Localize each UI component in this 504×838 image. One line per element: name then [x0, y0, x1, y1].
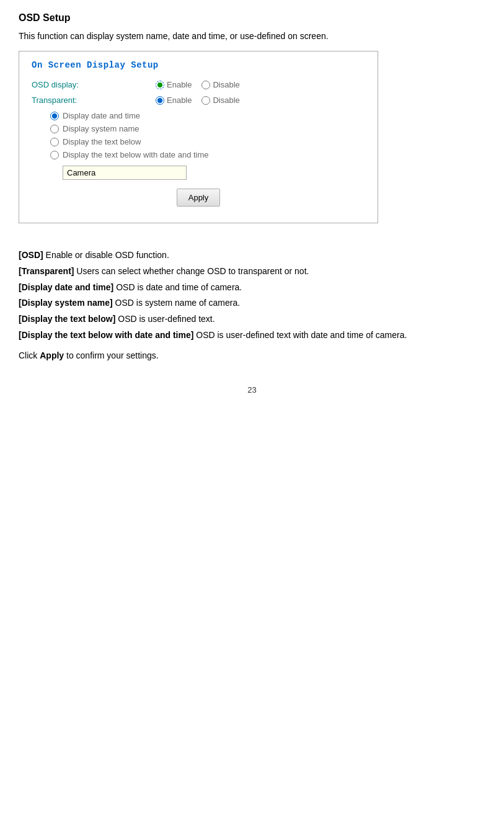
desc-text-below-key: [Display the text below]	[19, 314, 115, 324]
transparent-radio-group: Enable Disable	[156, 96, 240, 105]
display-options-group: Display date and time Display system nam…	[50, 111, 365, 159]
transparent-disable-label: Disable	[213, 96, 239, 105]
desc-transparent-key: [Transparent]	[19, 266, 74, 276]
osd-enable-radio-dashed	[156, 81, 164, 89]
desc-system-name-text: OSD is system name of camera.	[113, 298, 240, 308]
desc-osd-text: Enable or disable OSD function.	[43, 250, 169, 260]
intro-text: This function can display system name, d…	[19, 31, 485, 41]
description-section: [OSD] Enable or disable OSD function. [T…	[19, 248, 485, 343]
click-suffix: to confirm your settings.	[64, 350, 159, 360]
transparent-disable-option[interactable]: Disable	[201, 96, 239, 105]
display-date-time-radio[interactable]	[50, 112, 59, 120]
desc-text-below-date-time-key: [Display the text below with date and ti…	[19, 330, 193, 340]
osd-disable-radio[interactable]	[201, 81, 210, 89]
click-prefix: Click	[19, 350, 40, 360]
desc-osd: [OSD] Enable or disable OSD function.	[19, 248, 485, 263]
display-option-row-2: Display system name	[50, 124, 365, 133]
desc-text-below-date-time: [Display the text below with date and ti…	[19, 328, 485, 343]
apply-row: Apply	[32, 189, 365, 207]
display-option-row-3: Display the text below	[50, 137, 365, 146]
transparent-label: Transparent:	[32, 96, 156, 105]
transparent-row: Transparent: Enable Disable	[32, 96, 365, 105]
display-option-row-1: Display date and time	[50, 111, 365, 120]
apply-button[interactable]: Apply	[177, 189, 221, 207]
display-system-name-label: Display system name	[63, 124, 139, 133]
desc-date-time-text: OSD is date and time of camera.	[113, 282, 242, 292]
osd-disable-option[interactable]: Disable	[201, 80, 239, 89]
osd-display-label: OSD display:	[32, 80, 156, 89]
page-title: OSD Setup	[19, 12, 485, 24]
osd-enable-option[interactable]: Enable	[156, 80, 192, 89]
display-system-name-radio[interactable]	[50, 125, 59, 133]
osd-disable-label: Disable	[213, 80, 239, 89]
camera-text-row	[63, 166, 365, 180]
desc-text-below-text: OSD is user-defined text.	[115, 314, 214, 324]
desc-osd-key: [OSD]	[19, 250, 43, 260]
display-text-below-label: Display the text below	[63, 137, 141, 146]
panel-title: On Screen Display Setup	[32, 60, 365, 70]
click-note: Click Apply to confirm your settings.	[19, 350, 485, 360]
osd-enable-label: Enable	[167, 80, 192, 89]
desc-text-below-date-time-text: OSD is user-defined text with date and t…	[193, 330, 407, 340]
desc-date-time-key: [Display date and time]	[19, 282, 113, 292]
display-date-time-label: Display date and time	[63, 111, 140, 120]
transparent-enable-option[interactable]: Enable	[156, 96, 192, 105]
camera-text-input[interactable]	[63, 166, 187, 180]
desc-system-name-key: [Display system name]	[19, 298, 113, 308]
desc-transparent-text: Users can select whether change OSD to t…	[74, 266, 309, 276]
osd-display-row: OSD display: Enable Disable	[32, 80, 365, 89]
desc-date-time: [Display date and time] OSD is date and …	[19, 280, 485, 295]
transparent-enable-radio[interactable]	[156, 96, 164, 105]
osd-panel: On Screen Display Setup OSD display: Ena…	[19, 51, 378, 223]
desc-transparent: [Transparent] Users can select whether c…	[19, 264, 485, 279]
page-number: 23	[19, 385, 485, 394]
display-text-date-time-label: Display the text below with date and tim…	[63, 150, 209, 159]
display-text-date-time-radio[interactable]	[50, 151, 59, 159]
click-apply-word: Apply	[40, 350, 64, 360]
osd-display-radio-group: Enable Disable	[156, 80, 240, 89]
display-option-row-4: Display the text below with date and tim…	[50, 150, 365, 159]
transparent-disable-radio[interactable]	[201, 96, 210, 105]
desc-system-name: [Display system name] OSD is system name…	[19, 296, 485, 311]
desc-text-below: [Display the text below] OSD is user-def…	[19, 312, 485, 327]
osd-enable-radio-dot	[157, 82, 162, 87]
display-text-below-radio[interactable]	[50, 138, 59, 146]
transparent-enable-label: Enable	[167, 96, 192, 105]
